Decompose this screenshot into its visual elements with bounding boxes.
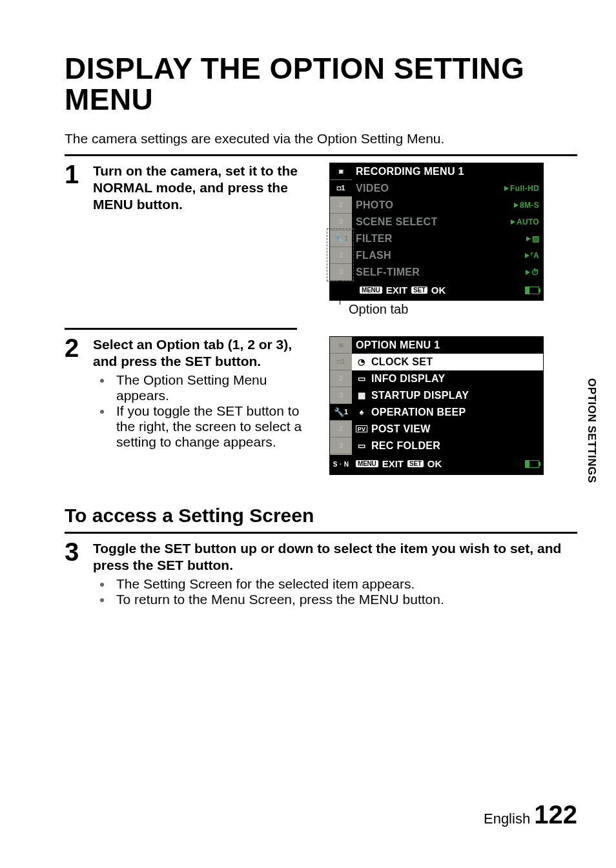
lcd-screenshot-recording-menu: ◙ RECORDING MENU 1 ◘1 VIDEOFull-HD 2 PHO… [329, 163, 544, 301]
lcd-set-pill: SET [407, 460, 424, 467]
lcd-title: OPTION MENU 1 [352, 337, 543, 354]
divider [65, 532, 577, 534]
lcd-title: RECORDING MENU 1 [352, 163, 543, 180]
option-tab-highlight [327, 228, 354, 281]
section-side-label: OPTION SETTINGS [585, 378, 598, 483]
page-footer: English 122 [484, 800, 577, 829]
step-number: 3 [65, 540, 93, 563]
subheading: To access a Setting Screen [65, 505, 577, 527]
step-lead-text: Turn on the camera, set it to the NORMAL… [93, 163, 310, 214]
lcd-row-label: VIDEOFull-HD [352, 180, 543, 197]
page-title: DISPLAY THE OPTION SETTING MENU [65, 53, 577, 116]
clock-icon: ◔ [356, 357, 367, 367]
lcd-top-tab-1: ◘1 [330, 180, 352, 197]
lcd-row-label: SELF-TIMER⏱ [352, 264, 543, 281]
lcd-sn-badge: S · N [330, 454, 352, 474]
lcd-menu-pill: MENU [360, 287, 382, 294]
lcd-set-pill: SET [411, 287, 427, 294]
intro-text: The camera settings are executed via the… [65, 131, 577, 146]
lcd-footer-bar: MENU EXIT SET OK [352, 454, 543, 474]
lcd-row-label: ▦STARTUP DISPLAY [352, 387, 543, 404]
lcd-screenshot-option-menu: ◙ OPTION MENU 1 ◘1 ◔CLOCK SET 2 ▭INFO DI… [329, 336, 544, 475]
lcd-top-tab-2: 2 [330, 197, 352, 214]
step-lead-text: Toggle the SET button up or down to sele… [93, 540, 577, 574]
lcd-row-label: ▭REC FOLDER [352, 438, 543, 454]
step-bullet: If you toggle the SET button to the righ… [112, 403, 310, 450]
lcd-row-label: SCENE SELECTAUTO [352, 214, 543, 230]
lcd-camera-tab-icon: ◙ [330, 337, 352, 354]
display-icon: ▭ [356, 374, 367, 383]
lcd-top-tab-1: ◘1 [330, 354, 352, 370]
lcd-row-label: FLASHᶠA [352, 247, 543, 264]
lcd-exit-label: EXIT [386, 285, 407, 296]
postview-icon: PV [356, 425, 367, 432]
callout-option-tab: Option tab [349, 302, 408, 317]
lcd-ok-label: OK [427, 458, 442, 469]
lcd-battery-icon [525, 460, 539, 468]
lcd-bottom-tab-2: 2 [330, 421, 352, 438]
lcd-row-label: ▭INFO DISPLAY [352, 370, 543, 387]
step-bullet: To return to the Menu Screen, press the … [112, 592, 577, 607]
footer-page-number: 122 [534, 800, 577, 829]
lcd-bottom-tab-3: 3 [330, 438, 352, 454]
lcd-camera-tab-icon: ◙ [330, 163, 352, 180]
step-lead-text: Select an Option tab (1, 2 or 3), and pr… [93, 336, 310, 370]
callout-line [340, 280, 340, 305]
lcd-bottom-tab-1: 🔧1 [330, 404, 352, 421]
beep-icon: ♠ [356, 407, 367, 417]
startup-icon: ▦ [356, 390, 367, 400]
step-number: 2 [65, 336, 93, 359]
lcd-row-label: PVPOST VIEW [352, 421, 543, 438]
divider [65, 154, 577, 156]
divider-half [65, 328, 297, 330]
lcd-ok-label: OK [431, 285, 446, 296]
lcd-row-label: PHOTO8M-S [352, 197, 543, 214]
lcd-exit-label: EXIT [382, 458, 404, 469]
lcd-top-tab-2: 2 [330, 370, 352, 387]
folder-icon: ▭ [356, 441, 367, 450]
step-number: 1 [65, 163, 93, 186]
lcd-battery-icon [525, 287, 539, 294]
footer-language: English [484, 811, 530, 827]
lcd-row-label: ♠OPERATION BEEP [352, 404, 543, 421]
step-bullet: The Option Setting Menu appears. [112, 372, 310, 403]
step-bullet: The Setting Screen for the selected item… [112, 576, 577, 592]
lcd-row-selected: ◔CLOCK SET [352, 354, 543, 370]
lcd-menu-pill: MENU [356, 460, 378, 467]
lcd-row-label: FILTER▨ [352, 230, 543, 247]
lcd-footer-bar: MENU EXIT SET OK [330, 281, 543, 300]
lcd-top-tab-3: 3 [330, 387, 352, 404]
